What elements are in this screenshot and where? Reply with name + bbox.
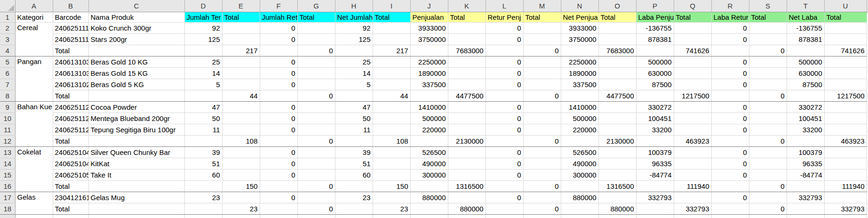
- cell-K7[interactable]: [448, 79, 486, 90]
- cell-B2[interactable]: 240625111: [53, 22, 88, 33]
- cell-E14[interactable]: [222, 158, 260, 169]
- cell-Q14[interactable]: [674, 158, 711, 169]
- cell-R19[interactable]: [711, 214, 749, 218]
- cell-C5[interactable]: Beras Gold 10 KG: [88, 56, 184, 67]
- cell-N13[interactable]: 526500: [561, 146, 598, 158]
- row-header-7[interactable]: 7: [0, 79, 15, 90]
- cell-P5[interactable]: 500000: [636, 56, 674, 67]
- cell-E19[interactable]: [222, 214, 260, 218]
- cell-J18[interactable]: [410, 203, 448, 214]
- cell-M6[interactable]: [523, 67, 561, 79]
- cell-U14[interactable]: [824, 158, 867, 169]
- cell-H15[interactable]: 60: [335, 169, 373, 180]
- cell-M14[interactable]: [523, 158, 561, 169]
- cell-S12[interactable]: 0: [749, 135, 787, 146]
- cell-B12[interactable]: Total: [53, 135, 88, 146]
- cell-Q19[interactable]: [674, 214, 711, 218]
- cell-P4[interactable]: [636, 45, 674, 56]
- cell-N8[interactable]: [561, 90, 598, 101]
- cell-G15[interactable]: [297, 169, 335, 180]
- cell-A5-category[interactable]: Pangan: [15, 56, 53, 101]
- cell-E7[interactable]: [222, 79, 260, 90]
- cell-U17[interactable]: [824, 192, 867, 203]
- column-header-A[interactable]: A: [15, 0, 53, 12]
- cell-O11[interactable]: [598, 124, 636, 135]
- cell-D3[interactable]: 125: [184, 33, 222, 45]
- cell-G2[interactable]: [297, 22, 335, 33]
- cell-O8[interactable]: 4477500: [598, 90, 636, 101]
- cell-H16[interactable]: [335, 180, 373, 192]
- cell-Q3[interactable]: [674, 33, 711, 45]
- cell-E15[interactable]: [222, 169, 260, 180]
- cell-D7[interactable]: 5: [184, 79, 222, 90]
- cell-I7[interactable]: [373, 79, 410, 90]
- cell-F12[interactable]: [260, 135, 297, 146]
- cell-I12[interactable]: 108: [373, 135, 410, 146]
- cell-F15[interactable]: 0: [260, 169, 297, 180]
- cell-T8[interactable]: [787, 90, 824, 101]
- cell-U15[interactable]: [824, 169, 867, 180]
- cell-S17[interactable]: [749, 192, 787, 203]
- cell-N16[interactable]: [561, 180, 598, 192]
- cell-I19[interactable]: [373, 214, 410, 218]
- cell-B6[interactable]: 240613103: [53, 67, 88, 79]
- row-header-1[interactable]: 1: [0, 12, 15, 22]
- cell-A17-category[interactable]: Gelas: [15, 192, 53, 214]
- cell-E16[interactable]: 150: [222, 180, 260, 192]
- cell-L4[interactable]: [486, 45, 523, 56]
- cell-G4[interactable]: 0: [297, 45, 335, 56]
- cell-D8[interactable]: [184, 90, 222, 101]
- cell-J6[interactable]: 1890000: [410, 67, 448, 79]
- cell-E12[interactable]: 108: [222, 135, 260, 146]
- cell-I18[interactable]: 23: [373, 203, 410, 214]
- cell-L3[interactable]: 0: [486, 33, 523, 45]
- cell-M2[interactable]: [523, 22, 561, 33]
- cell-N12[interactable]: [561, 135, 598, 146]
- cell-U2[interactable]: [824, 22, 867, 33]
- cell-S10[interactable]: [749, 113, 787, 124]
- cell-R16[interactable]: [711, 180, 749, 192]
- cell-B5[interactable]: 240613103: [53, 56, 88, 67]
- cell-M19[interactable]: [523, 214, 561, 218]
- cell-H9[interactable]: 47: [335, 101, 373, 113]
- cell-S3[interactable]: [749, 33, 787, 45]
- cell-G18[interactable]: 0: [297, 203, 335, 214]
- cell-R17[interactable]: 0: [711, 192, 749, 203]
- cell-T15[interactable]: -84774: [787, 169, 824, 180]
- cell-K14[interactable]: [448, 158, 486, 169]
- cell-M15[interactable]: [523, 169, 561, 180]
- cell-K13[interactable]: [448, 146, 486, 158]
- cell-O12[interactable]: 2130000: [598, 135, 636, 146]
- cell-E11[interactable]: [222, 124, 260, 135]
- cell-T3[interactable]: 878381: [787, 33, 824, 45]
- cell-N17[interactable]: 880000: [561, 192, 598, 203]
- select-all-corner[interactable]: [0, 0, 15, 12]
- cell-S15[interactable]: [749, 169, 787, 180]
- column-header-I[interactable]: I: [373, 0, 410, 12]
- cell-M3[interactable]: [523, 33, 561, 45]
- cell-P15[interactable]: -84774: [636, 169, 674, 180]
- cell-G9[interactable]: [297, 101, 335, 113]
- cell-T2[interactable]: -136755: [787, 22, 824, 33]
- cell-E4[interactable]: 217: [222, 45, 260, 56]
- cell-C18[interactable]: [88, 203, 184, 214]
- cell-I8[interactable]: 44: [373, 90, 410, 101]
- cell-E10[interactable]: [222, 113, 260, 124]
- cell-D17[interactable]: 23: [184, 192, 222, 203]
- cell-D15[interactable]: 60: [184, 169, 222, 180]
- cell-J1[interactable]: Penjualan: [410, 12, 448, 22]
- cell-T9[interactable]: 330272: [787, 101, 824, 113]
- cell-S18[interactable]: 0: [749, 203, 787, 214]
- cell-J2[interactable]: 3933000: [410, 22, 448, 33]
- cell-N6[interactable]: 1890000: [561, 67, 598, 79]
- cell-L10[interactable]: 0: [486, 113, 523, 124]
- cell-F18[interactable]: [260, 203, 297, 214]
- cell-L19[interactable]: [486, 214, 523, 218]
- cell-M10[interactable]: [523, 113, 561, 124]
- cell-M8[interactable]: 0: [523, 90, 561, 101]
- cell-R11[interactable]: 0: [711, 124, 749, 135]
- cell-K9[interactable]: [448, 101, 486, 113]
- row-header-19[interactable]: [0, 214, 15, 218]
- cell-O9[interactable]: [598, 101, 636, 113]
- cell-P8[interactable]: [636, 90, 674, 101]
